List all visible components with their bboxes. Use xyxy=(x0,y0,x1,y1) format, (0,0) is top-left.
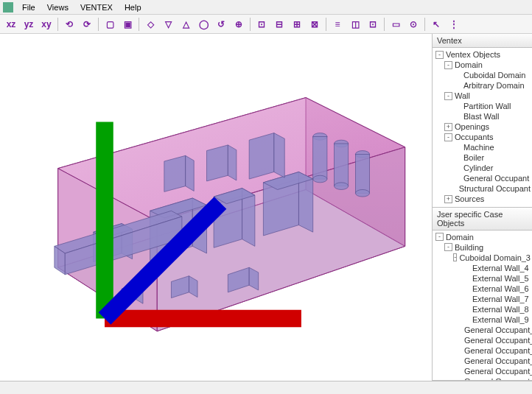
tree-item[interactable]: Partition Wall xyxy=(433,101,532,111)
toolbar-button[interactable]: xy xyxy=(38,16,55,32)
tree-item[interactable]: General Occupant_12 xyxy=(433,345,532,356)
toolbar-button[interactable]: ⊞ xyxy=(289,16,305,32)
tree-spacer xyxy=(453,185,457,193)
tree-spacer xyxy=(462,274,470,282)
panel-body[interactable]: -Ventex Objects-DomainCuboidal DomainArb… xyxy=(433,48,532,207)
tree-item[interactable]: -Domain xyxy=(433,60,532,70)
tree-item-label: Partition Wall xyxy=(463,102,531,110)
collapse-icon[interactable]: - xyxy=(444,133,452,141)
collapse-icon[interactable]: - xyxy=(444,92,452,100)
toolbar-button[interactable]: ▣ xyxy=(119,16,136,32)
toolbar-button[interactable]: ⋮ xyxy=(446,16,462,32)
main-area: Ventex -Ventex Objects-DomainCuboidal Do… xyxy=(0,34,532,381)
toolbar-button[interactable]: ◇ xyxy=(142,16,158,32)
tree-item-label: Occupants xyxy=(455,133,531,141)
tree-item[interactable]: +Openings xyxy=(433,122,532,132)
ventex-objects-panel: Ventex -Ventex Objects-DomainCuboidal Do… xyxy=(433,34,532,208)
tree-item[interactable]: +Sources xyxy=(433,194,532,204)
tree-item[interactable]: External Wall_8 xyxy=(433,304,532,314)
menu-file[interactable]: File xyxy=(16,1,41,13)
panel-title: Ventex xyxy=(433,34,532,48)
toolbar-button[interactable]: ⟲ xyxy=(61,16,77,32)
tree-item[interactable]: External Wall_9 xyxy=(433,314,532,325)
tree-item-label: Cuboidal Domain xyxy=(463,71,531,80)
toolbar-button[interactable]: ⟳ xyxy=(79,16,95,32)
tree-item[interactable]: General Occupant_13 xyxy=(433,356,532,366)
toolbar-button[interactable]: ↖ xyxy=(428,16,444,32)
tree-item-label: Structural Occupant xyxy=(459,184,531,193)
tree-item[interactable]: -Wall xyxy=(433,91,532,101)
tree-item[interactable]: External Wall_7 xyxy=(433,294,532,304)
toolbar-button[interactable]: ≡ xyxy=(329,16,346,32)
tree-item[interactable]: Arbitrary Domain xyxy=(433,80,532,91)
tree-item[interactable]: General Occupant_10 xyxy=(433,325,532,335)
toolbar-button[interactable]: ▭ xyxy=(388,16,404,32)
tree-item-label: Machine xyxy=(463,143,531,152)
toolbar-button[interactable]: ⊠ xyxy=(307,16,323,32)
toolbar-button[interactable]: ⊡ xyxy=(253,16,270,32)
tree-item[interactable]: Cuboidal Domain xyxy=(433,70,532,80)
3d-viewport[interactable] xyxy=(0,34,432,381)
tree-item-label: General Occupant xyxy=(463,174,531,183)
tree-item[interactable]: -Building xyxy=(433,242,532,253)
menu-views[interactable]: Views xyxy=(41,1,74,13)
toolbar-button[interactable]: yz xyxy=(21,16,37,32)
tree-item[interactable]: General Occupant xyxy=(433,173,532,183)
axis-gizmo xyxy=(4,34,432,376)
case-objects-panel: Jser specific Case Objects -Domain-Build… xyxy=(433,208,532,381)
menu-help[interactable]: Help xyxy=(119,1,147,13)
tree-spacer xyxy=(453,154,461,162)
tree-item-label: General Occupant_11 xyxy=(464,336,532,345)
tree-item[interactable]: External Wall_4 xyxy=(433,263,532,273)
expand-icon[interactable]: + xyxy=(444,123,452,131)
tree-item[interactable]: Machine xyxy=(433,142,532,152)
toolbar-button[interactable]: ▢ xyxy=(102,16,118,32)
tree-item-label: Openings xyxy=(455,122,531,131)
tree-item[interactable]: External Wall_6 xyxy=(433,284,532,294)
tree-item-label: General Occupant_15 xyxy=(464,377,532,381)
collapse-icon[interactable]: - xyxy=(435,51,444,59)
panel-body[interactable]: -Domain-Building-Cuboidal Domain_3Extern… xyxy=(433,231,532,381)
tree-spacer xyxy=(462,315,470,323)
toolbar-button[interactable]: ▽ xyxy=(160,16,176,32)
right-sidebar: Ventex -Ventex Objects-DomainCuboidal Do… xyxy=(432,34,532,381)
tree-item-label: General Occupant_12 xyxy=(464,346,532,355)
toolbar-button[interactable]: ⊕ xyxy=(231,16,247,32)
tree-item[interactable]: -Ventex Objects xyxy=(433,49,532,60)
tree-item[interactable]: -Cuboidal Domain_3 xyxy=(433,253,532,263)
expand-icon[interactable]: + xyxy=(444,195,452,203)
collapse-icon[interactable]: - xyxy=(453,253,457,261)
tree-item[interactable]: -Occupants xyxy=(433,132,532,142)
toolbar-button[interactable]: ⊙ xyxy=(405,16,421,32)
tree-item[interactable]: Blast Wall xyxy=(433,111,532,122)
tree-item[interactable]: Cylinder xyxy=(433,163,532,173)
tree-item[interactable]: General Occupant_15 xyxy=(433,376,532,381)
menu-ventex[interactable]: VENTEX xyxy=(74,1,119,13)
toolbar-button[interactable]: ◫ xyxy=(347,16,363,32)
tree-item-label: Domain xyxy=(446,233,531,242)
collapse-icon[interactable]: - xyxy=(444,243,452,251)
app-icon xyxy=(3,2,13,13)
tree-item[interactable]: Structural Occupant xyxy=(433,183,532,194)
tree-item-label: External Wall_5 xyxy=(472,274,531,283)
toolbar-button[interactable]: ↺ xyxy=(213,16,229,32)
tree-item-label: General Occupant_14 xyxy=(464,367,532,376)
svg-line-44 xyxy=(105,203,220,319)
toolbar-button[interactable]: ⊡ xyxy=(365,16,381,32)
tree-spacer xyxy=(453,71,461,80)
panel-title: Jser specific Case Objects xyxy=(433,208,532,231)
toolbar-button[interactable]: xz xyxy=(3,16,19,32)
tree-spacer xyxy=(462,305,470,313)
tree-item[interactable]: Boiler xyxy=(433,152,532,163)
tree-spacer xyxy=(462,295,470,303)
tree-item[interactable]: General Occupant_14 xyxy=(433,366,532,376)
toolbar-button[interactable]: ◯ xyxy=(195,16,211,32)
collapse-icon[interactable]: - xyxy=(444,61,452,69)
collapse-icon[interactable]: - xyxy=(435,233,444,241)
toolbar-button[interactable]: △ xyxy=(178,16,194,32)
tree-item[interactable]: -Domain xyxy=(433,232,532,242)
tree-spacer xyxy=(453,82,461,90)
toolbar-button[interactable]: ⊟ xyxy=(271,16,287,32)
tree-item[interactable]: General Occupant_11 xyxy=(433,335,532,345)
tree-item[interactable]: External Wall_5 xyxy=(433,273,532,284)
